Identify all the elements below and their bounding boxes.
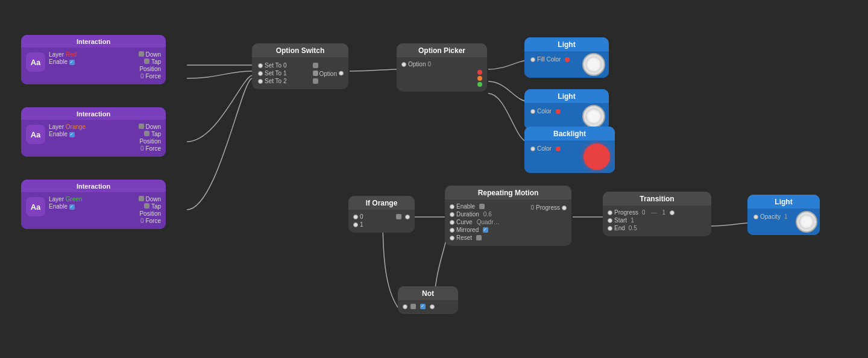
- reset-port: [450, 236, 454, 240]
- start-row: Start 1: [608, 217, 706, 224]
- light-fill-title: Light: [524, 37, 609, 51]
- color-port: [530, 109, 535, 114]
- option-in-label: Option: [408, 61, 426, 68]
- down-label-2: Down: [139, 124, 161, 130]
- layer-value-2: Orange: [66, 124, 86, 130]
- mirrored-label: Mirrored: [456, 227, 479, 233]
- set0-port: [258, 63, 263, 68]
- set1-port: [258, 71, 263, 76]
- canvas: Interaction Aa Layer Red Enable Down Tap…: [0, 0, 868, 358]
- enable-label-3: Enable: [49, 203, 83, 210]
- duration-port: [450, 212, 454, 217]
- transition-node[interactable]: Transition Progress 0 — 1 Start 1 End 0.…: [603, 192, 711, 236]
- progress-row: Progress 0 — 1: [608, 209, 706, 216]
- enable-check-2[interactable]: [69, 132, 75, 137]
- interaction-node-3[interactable]: Interaction Aa Layer Green Enable Down T…: [21, 180, 166, 229]
- down-label-3: Down: [139, 196, 161, 203]
- enable-label-2: Enable: [49, 131, 86, 137]
- picker-out-green: [477, 82, 482, 87]
- if-1-val: 1: [360, 221, 363, 228]
- not-node[interactable]: Not: [398, 286, 458, 314]
- picker-out-red: [477, 70, 482, 75]
- end-row: End 0.5: [608, 225, 706, 231]
- set0-check[interactable]: [313, 63, 318, 68]
- light-color-circle-inner: [586, 108, 602, 124]
- opacity-val: 1: [784, 213, 788, 220]
- not-in-port: [403, 304, 407, 309]
- force-label-3: 0 Force: [139, 218, 161, 224]
- enable-label: Enable: [456, 203, 475, 210]
- opacity-port: [753, 215, 758, 219]
- reset-sq[interactable]: [476, 235, 482, 240]
- progress-label: Progress: [536, 204, 560, 211]
- option-in-val: 0: [427, 61, 431, 68]
- curve-val: Quadr…: [477, 219, 500, 225]
- fill-color-row: Fill Color: [530, 56, 579, 63]
- if-orange-node[interactable]: If Orange 0 1: [348, 196, 415, 233]
- set1-row: Set To 1: [258, 70, 318, 77]
- reset-label: Reset: [456, 234, 472, 241]
- duration-val: 0.6: [483, 211, 492, 218]
- reset-row: Reset: [450, 234, 523, 241]
- if-1-row: 1: [353, 221, 410, 228]
- progress-separator: —: [651, 209, 657, 216]
- down-sq-1: [139, 51, 144, 57]
- layer-label-2: Layer Orange: [49, 124, 86, 130]
- backlight-color-row: Color: [530, 145, 579, 152]
- option-in-port: [401, 62, 406, 67]
- light-fill-node[interactable]: Light Fill Color: [524, 37, 609, 78]
- transition-progress-port: [608, 210, 612, 215]
- transition-end-val: 1: [662, 209, 666, 216]
- light-color-title: Light: [524, 89, 609, 103]
- if-0-val: 0: [360, 213, 363, 220]
- if-orange-title: If Orange: [348, 196, 415, 210]
- light-opacity-node[interactable]: Light Opacity 1: [747, 195, 820, 235]
- start-port: [608, 218, 612, 223]
- option-out-label: Option: [319, 70, 337, 77]
- light-fill-circle: [582, 53, 605, 76]
- tap-label-1: Tap: [139, 58, 161, 65]
- interaction-node-1[interactable]: Interaction Aa Layer Red Enable Down Tap…: [21, 35, 166, 84]
- force-label-2: 0 Force: [139, 145, 161, 152]
- tap-sq-1: [144, 58, 149, 64]
- mirrored-check[interactable]: [483, 227, 488, 233]
- mirrored-row: Mirrored: [450, 227, 523, 233]
- option-out-val: 0: [314, 70, 318, 77]
- tap-label-2: Tap: [139, 131, 161, 137]
- layer-label-1: Layer Red: [49, 51, 77, 58]
- tap-sq-2: [144, 131, 149, 136]
- progress-val: 0: [530, 204, 534, 211]
- color-label: Color: [537, 108, 552, 115]
- enable-check-3[interactable]: [69, 204, 75, 210]
- transition-title: Transition: [603, 192, 711, 206]
- enable-row: Enable: [450, 203, 523, 210]
- option-picker-title: Option Picker: [397, 43, 487, 57]
- color-dot: [556, 109, 561, 114]
- repeating-motion-node[interactable]: Repeating Motion Enable Duration 0.6 Cur…: [445, 186, 571, 246]
- enable-sq[interactable]: [479, 204, 485, 209]
- tap-label-3: Tap: [139, 203, 161, 210]
- backlight-node[interactable]: Backlight Color: [524, 127, 615, 173]
- enable-check-1[interactable]: [69, 60, 75, 65]
- down-label-1: Down: [139, 51, 161, 58]
- set0-row: Set To 0: [258, 62, 318, 69]
- fill-color-port: [530, 57, 535, 62]
- color-row: Color: [530, 108, 579, 115]
- set1-label: Set To 1: [265, 70, 287, 77]
- position-label-3: Position: [139, 210, 161, 217]
- transition-progress-val: 0: [642, 209, 646, 216]
- set2-port: [258, 79, 263, 84]
- option-picker-node[interactable]: Option Picker Option 0: [397, 43, 487, 92]
- interaction-2-aa: Aa: [26, 125, 45, 144]
- fill-color-label: Fill Color: [537, 56, 561, 63]
- if-0-row: 0: [353, 213, 410, 220]
- set2-check[interactable]: [313, 78, 318, 84]
- not-check[interactable]: [420, 304, 426, 309]
- tap-sq-3: [144, 203, 149, 209]
- backlight-color-label: Color: [537, 145, 552, 152]
- interaction-node-2[interactable]: Interaction Aa Layer Orange Enable Down …: [21, 107, 166, 157]
- not-sq: [410, 304, 416, 309]
- light-color-node[interactable]: Light Color: [524, 89, 609, 130]
- option-switch-node[interactable]: Option Switch Set To 0 Set To 1 Set To 2…: [252, 43, 348, 89]
- set2-label: Set To 2: [265, 78, 287, 84]
